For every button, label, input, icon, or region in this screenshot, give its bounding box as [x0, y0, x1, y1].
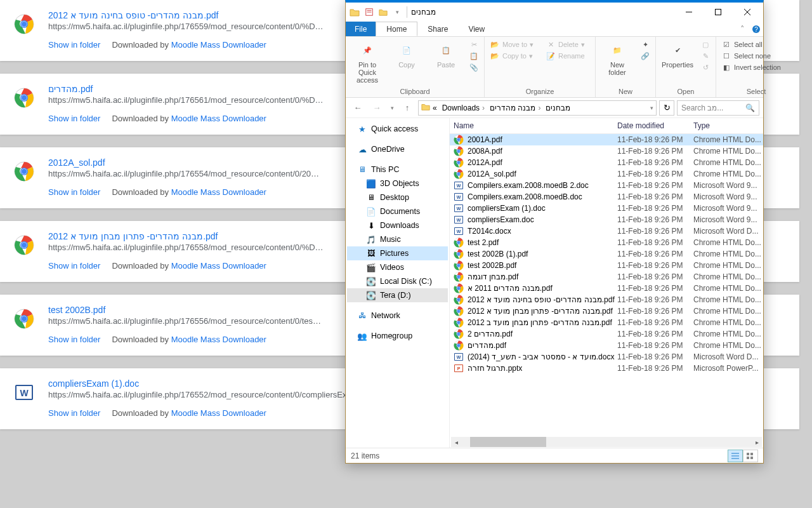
cut-button[interactable]: ✂	[469, 39, 479, 50]
scroll-left-icon[interactable]: ◂	[451, 437, 461, 447]
up-button[interactable]: ↑	[399, 100, 416, 116]
selectall-button[interactable]: ☑Select all	[721, 39, 791, 50]
copy-button[interactable]: 📄Copy	[390, 39, 423, 69]
newitem-button[interactable]: ✦	[640, 39, 650, 50]
nav-this-pc[interactable]: 🖥This PC	[347, 163, 448, 177]
horizontal-scrollbar[interactable]: ◂ ▸	[450, 436, 763, 448]
file-row[interactable]: מבנה מהדרים- פתרון מבחן מועד א 2012.pdf1…	[450, 305, 763, 317]
extension-link[interactable]: Moodle Mass Downloader	[171, 187, 266, 197]
nav-item[interactable]: 📄Documents	[347, 204, 448, 218]
nav-item[interactable]: 💽Tera (D:)	[347, 288, 448, 302]
minimize-button[interactable]	[674, 3, 704, 21]
nav-item[interactable]: 🎬Videos	[347, 260, 448, 274]
show-in-folder-link[interactable]: Show in folder	[48, 40, 100, 50]
file-row[interactable]: תרגול חזרה.pptx11-Feb-18 9:26 PMMicrosof…	[450, 363, 763, 374]
file-row[interactable]: test 2.pdf11-Feb-18 9:26 PMChrome HTML D…	[450, 237, 763, 248]
titlebar[interactable]: ▾ מבחנים	[346, 3, 763, 22]
collapse-ribbon-icon[interactable]: ˄	[735, 22, 749, 36]
search-input[interactable]: Search מב...🔍	[677, 100, 759, 116]
easyaccess-button[interactable]: 🔗	[640, 51, 650, 61]
view-icons-button[interactable]	[743, 450, 758, 462]
extension-link[interactable]: Moodle Mass Downloader	[171, 261, 266, 271]
file-row[interactable]: compliersExam (1).doc11-Feb-18 9:26 PMMi…	[450, 203, 763, 214]
tab-home[interactable]: Home	[376, 22, 417, 36]
qat-dropdown-icon[interactable]: ▾	[391, 6, 403, 18]
file-row[interactable]: T2014c.docx11-Feb-18 9:26 PMMicrosoft Wo…	[450, 225, 763, 237]
history-button[interactable]: ↺	[700, 62, 710, 72]
copyto-button[interactable]: 📂Copy to ▾	[490, 51, 539, 61]
tab-file[interactable]: File	[346, 22, 376, 36]
pin-quickaccess-button[interactable]: 📌Pin to Quick access	[351, 39, 384, 84]
invertselection-button[interactable]: ◧Invert selection	[721, 62, 791, 72]
file-list[interactable]: 2001A.pdf11-Feb-18 9:26 PMChrome HTML Do…	[450, 134, 763, 436]
properties-button[interactable]: ✔Properties	[661, 39, 694, 69]
newfolder-button[interactable]: 📁New folder	[601, 39, 634, 76]
col-name[interactable]: Name	[454, 121, 617, 130]
file-row[interactable]: 2012A_sol.pdf11-Feb-18 9:26 PMChrome HTM…	[450, 168, 763, 180]
show-in-folder-link[interactable]: Show in folder	[48, 261, 100, 271]
file-row[interactable]: מבחן דוגמה.pdf11-Feb-18 9:26 PMChrome HT…	[450, 271, 763, 283]
extension-link[interactable]: Moodle Mass Downloader	[171, 335, 266, 344]
breadcrumb[interactable]: « Downloads› מבנה מהדרים› מבחנים ▾	[418, 100, 657, 116]
file-row[interactable]: מבנה מהדרים- פתרון מבחן מועד ב 2012.pdf1…	[450, 317, 763, 328]
delete-button[interactable]: ✕Delete ▾	[546, 39, 590, 50]
nav-item[interactable]: ⬇Downloads	[347, 218, 448, 232]
col-date[interactable]: Date modified	[617, 121, 693, 130]
refresh-button[interactable]: ↻	[659, 100, 674, 116]
file-row[interactable]: 2012A.pdf11-Feb-18 9:26 PMChrome HTML Do…	[450, 157, 763, 168]
show-in-folder-link[interactable]: Show in folder	[48, 408, 100, 418]
help-icon[interactable]: ?	[749, 22, 763, 36]
open-button[interactable]: ▢	[700, 39, 710, 50]
file-row[interactable]: מבנה מהדרים- טופס בחינה מועד א 2012.pdf1…	[450, 294, 763, 305]
crumb-dropdown-icon[interactable]: ▾	[648, 105, 656, 111]
nav-onedrive[interactable]: ☁OneDrive	[347, 142, 448, 156]
paste-button[interactable]: 📋Paste	[429, 39, 462, 69]
file-row[interactable]: test 2002B.pdf11-Feb-18 9:26 PMChrome HT…	[450, 260, 763, 271]
file-row[interactable]: test 2002B (1).pdf11-Feb-18 9:26 PMChrom…	[450, 248, 763, 260]
file-row[interactable]: מהדרים.pdf11-Feb-18 9:26 PMChrome HTML D…	[450, 340, 763, 351]
crumb-item[interactable]: מבחנים	[543, 104, 573, 112]
nav-item[interactable]: 💽Local Disk (C:)	[347, 274, 448, 288]
file-row[interactable]: compliersExam.doc11-Feb-18 9:26 PMMicros…	[450, 214, 763, 225]
extension-link[interactable]: Moodle Mass Downloader	[171, 408, 266, 418]
file-row[interactable]: 2001A.pdf11-Feb-18 9:26 PMChrome HTML Do…	[450, 134, 763, 145]
extension-link[interactable]: Moodle Mass Downloader	[171, 40, 266, 50]
rename-button[interactable]: 📝Rename	[546, 51, 590, 61]
navigation-pane[interactable]: ★Quick access ☁OneDrive 🖥This PC 🟦3D Obj…	[346, 118, 450, 448]
crumb-item[interactable]: מבנה מהדרים›	[487, 104, 543, 112]
crumb-overflow[interactable]: «	[430, 104, 440, 112]
pasteshortcut-button[interactable]: 📎	[469, 62, 479, 72]
file-row[interactable]: Compilers.exam.2008.moedB 2.doc11-Feb-18…	[450, 180, 763, 191]
tab-share[interactable]: Share	[417, 22, 458, 36]
nav-homegroup[interactable]: 👥Homegroup	[347, 329, 448, 343]
show-in-folder-link[interactable]: Show in folder	[48, 187, 100, 197]
copypath-button[interactable]: 📋	[469, 51, 479, 61]
forward-button[interactable]: →	[369, 100, 385, 116]
nav-item[interactable]: 🎵Music	[347, 232, 448, 246]
nav-quick-access[interactable]: ★Quick access	[347, 122, 448, 136]
nav-item[interactable]: 🖼Pictures	[347, 246, 448, 260]
moveto-button[interactable]: 📂Move to ▾	[490, 39, 539, 50]
file-row[interactable]: 2008A.pdf11-Feb-18 9:26 PMChrome HTML Do…	[450, 145, 763, 157]
selectnone-button[interactable]: ☐Select none	[721, 51, 791, 61]
qat-properties-icon[interactable]	[363, 6, 375, 18]
file-row[interactable]: מבנה מהדרים 2011 א.pdf11-Feb-18 9:26 PMC…	[450, 283, 763, 294]
tab-view[interactable]: View	[458, 22, 495, 36]
extension-link[interactable]: Moodle Mass Downloader	[171, 114, 266, 123]
col-type[interactable]: Type	[693, 121, 763, 130]
close-button[interactable]	[733, 3, 762, 21]
file-row[interactable]: Compilers.exam.2008.moedB.doc11-Feb-18 9…	[450, 191, 763, 203]
file-row[interactable]: מהדרים 2.pdf11-Feb-18 9:26 PMChrome HTML…	[450, 328, 763, 340]
crumb-item[interactable]: Downloads›	[440, 104, 487, 112]
edit-button[interactable]: ✎	[700, 51, 710, 61]
nav-item[interactable]: 🟦3D Objects	[347, 177, 448, 190]
nav-network[interactable]: 🖧Network	[347, 309, 448, 323]
column-headers[interactable]: Name Date modified Type	[450, 118, 763, 134]
file-row[interactable]: מועד א - סמסטר אביב - תשע_ד (2014).docx1…	[450, 351, 763, 363]
back-button[interactable]: ←	[350, 100, 366, 116]
view-details-button[interactable]	[728, 450, 743, 462]
nav-item[interactable]: 🖥Desktop	[347, 190, 448, 204]
qat-newfolder-icon[interactable]	[377, 6, 389, 18]
show-in-folder-link[interactable]: Show in folder	[48, 335, 100, 344]
show-in-folder-link[interactable]: Show in folder	[48, 114, 100, 123]
